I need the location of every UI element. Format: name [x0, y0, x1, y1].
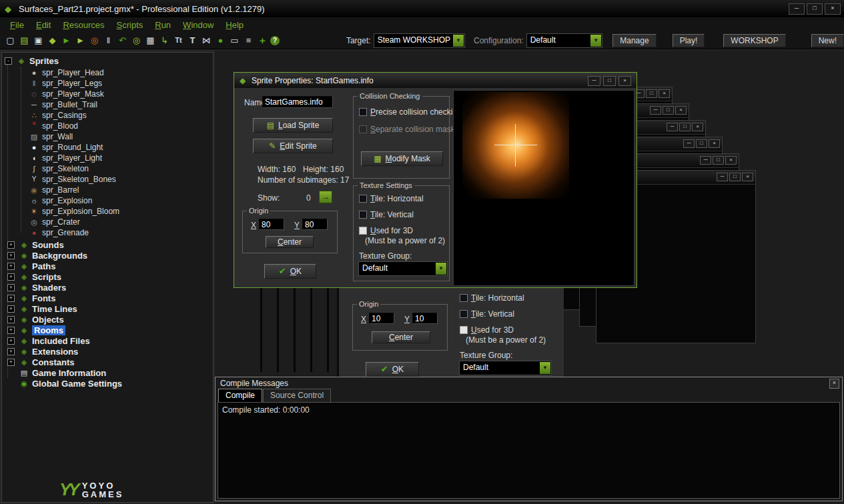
image-icon[interactable]: ▦ — [144, 35, 157, 46]
tree-item[interactable]: ● spr_Player_Head — [2, 67, 213, 78]
tab-compile[interactable]: Compile — [218, 389, 262, 402]
sidebar-item-fonts[interactable]: + ◆ Fonts — [2, 293, 213, 303]
main-titlebar[interactable]: ◆ Surfaces_Part21.project.gmx* - Profess… — [0, 0, 844, 17]
next-frame-arrow-icon[interactable]: → — [319, 191, 332, 203]
sidebar-item-shaders[interactable]: + ◆ Shaders — [2, 282, 213, 293]
sidebar-item-extensions[interactable]: + ◆ Extensions — [2, 346, 213, 357]
branch-icon[interactable]: ↳ — [158, 35, 171, 46]
text-icon[interactable]: T — [186, 35, 199, 46]
new-file-icon[interactable]: ▢ — [4, 35, 17, 46]
sidebar-item-sounds[interactable]: + ◆ Sounds — [2, 239, 213, 250]
origin-x-input[interactable] — [259, 219, 284, 230]
chevron-down-icon[interactable]: ▼ — [540, 362, 550, 374]
texture-group-dropdown[interactable]: Default ▼ — [359, 262, 447, 275]
tree-item[interactable]: ∴ spr_Casings — [2, 110, 213, 121]
sidebar-item-sprites[interactable]: - ◆ Sprites — [5, 55, 59, 66]
expand-expander-icon[interactable]: + — [7, 252, 15, 259]
expand-expander-icon[interactable]: + — [7, 337, 15, 345]
chevron-down-icon[interactable]: ▼ — [590, 35, 601, 47]
minimize-icon[interactable]: ─ — [588, 76, 600, 86]
close-icon[interactable]: × — [829, 379, 839, 389]
sphere-icon[interactable]: ● — [214, 35, 227, 46]
sidebar-item-constants[interactable]: + ◆ Constants — [2, 357, 213, 367]
sidebar-item-backgrounds[interactable]: + ◆ Backgrounds — [2, 250, 213, 261]
expand-expander-icon[interactable]: + — [7, 263, 15, 270]
used-for-3d-checkbox[interactable] — [359, 227, 367, 235]
minimize-icon[interactable]: ─ — [667, 123, 678, 131]
minimize-icon[interactable]: ─ — [789, 3, 805, 15]
undo-icon[interactable]: ↶ — [116, 35, 129, 46]
maximize-icon[interactable]: □ — [679, 123, 691, 131]
edit-sprite-button[interactable]: ✎ Edit Sprite — [253, 139, 333, 153]
maximize-icon[interactable]: □ — [663, 106, 674, 115]
menu-resources[interactable]: Resources — [57, 19, 110, 31]
maximize-icon[interactable]: □ — [696, 139, 707, 148]
play-button[interactable]: Play! — [673, 34, 705, 47]
used-for-3d-checkbox[interactable] — [460, 326, 468, 334]
hourglass-icon[interactable]: ⋈ — [200, 35, 213, 46]
create-executable-icon[interactable]: ◆ — [46, 35, 59, 46]
load-sprite-button[interactable]: ▤ Load Sprite — [253, 118, 333, 133]
add-icon[interactable]: + — [256, 35, 269, 46]
sidebar-item-scripts[interactable]: + ◆ Scripts — [2, 271, 213, 282]
collapse-expander-icon[interactable]: - — [5, 57, 12, 65]
sprite-properties-dialog[interactable]: ◆ Sprite Properties: StartGames.info ─ □… — [234, 72, 637, 288]
tree-item[interactable]: ▨ spr_Wall — [2, 131, 213, 142]
tree-item[interactable]: ● spr_Grenade — [2, 227, 213, 238]
sprite-name-input[interactable] — [262, 96, 333, 108]
expand-expander-icon[interactable]: + — [7, 316, 15, 323]
tile-horizontal-checkbox[interactable] — [359, 195, 367, 203]
tree-item[interactable]: ◎ spr_Crater — [2, 217, 213, 227]
expand-expander-icon[interactable]: + — [7, 305, 15, 313]
close-icon[interactable]: × — [692, 123, 703, 131]
run-debug-icon[interactable]: ► — [74, 35, 87, 46]
sprite-properties-dialog-background[interactable]: Origin X Y Center ✔ OK Tile: Horizontal … — [337, 288, 564, 377]
menu-file[interactable]: File — [4, 19, 30, 31]
tree-item[interactable]: * spr_Blood — [2, 121, 213, 131]
manage-button[interactable]: Manage — [612, 34, 656, 47]
dialog-titlebar[interactable]: ◆ Sprite Properties: StartGames.info ─ □… — [234, 73, 637, 88]
menu-scripts[interactable]: Scripts — [111, 19, 149, 31]
tree-item[interactable]: ‖ spr_Player_Legs — [2, 78, 213, 89]
minimize-icon[interactable]: ─ — [650, 106, 661, 115]
separate-masks-checkbox[interactable] — [359, 125, 367, 133]
close-icon[interactable]: × — [709, 139, 720, 148]
menu-help[interactable]: Help — [220, 19, 250, 31]
close-icon[interactable]: × — [659, 89, 670, 98]
maximize-icon[interactable]: □ — [807, 3, 823, 15]
tile-horizontal-checkbox[interactable] — [460, 294, 468, 302]
minimize-icon[interactable]: ─ — [683, 139, 695, 148]
center-button[interactable]: Center — [372, 331, 430, 343]
sidebar-item-game-information[interactable]: ▤ Game Information — [2, 367, 213, 378]
maximize-icon[interactable]: □ — [646, 89, 657, 98]
target-dropdown[interactable]: Steam WORKSHOP ▼ — [374, 34, 464, 47]
precise-collision-checkbox[interactable] — [359, 108, 367, 116]
origin-y-input[interactable] — [302, 219, 328, 230]
close-icon[interactable]: × — [725, 156, 737, 165]
configuration-dropdown[interactable]: Default ▼ — [527, 34, 602, 47]
close-icon[interactable]: × — [825, 3, 841, 15]
help-icon[interactable]: ? — [270, 36, 280, 45]
close-icon[interactable]: × — [618, 76, 631, 86]
tree-item[interactable]: ☼ spr_Explosion — [2, 195, 213, 206]
tree-item[interactable]: ◖ spr_Player_Light — [2, 153, 213, 163]
expand-expander-icon[interactable]: + — [7, 284, 15, 291]
maximize-icon[interactable]: □ — [729, 173, 741, 181]
tree-item[interactable]: ◉ spr_Barrel — [2, 185, 213, 195]
sidebar-item-rooms[interactable]: + ◆ Rooms — [2, 325, 213, 335]
texture-group-dropdown[interactable]: Default ▼ — [460, 361, 551, 375]
expand-expander-icon[interactable]: + — [7, 348, 15, 355]
tree-item[interactable]: Y spr_Skeleton_Bones — [2, 174, 213, 185]
sidebar-item-paths[interactable]: + ◆ Paths — [2, 261, 213, 271]
record-icon[interactable]: ◎ — [88, 35, 101, 46]
modify-mask-button[interactable]: ▦ Modify Mask — [361, 151, 443, 166]
origin-y-input[interactable] — [412, 313, 438, 324]
origin-x-input[interactable] — [369, 313, 394, 324]
tile-vertical-checkbox[interactable] — [460, 310, 468, 318]
pause-icon[interactable]: ‖ — [102, 35, 115, 46]
expand-expander-icon[interactable]: + — [7, 295, 15, 302]
expand-expander-icon[interactable]: + — [7, 327, 15, 334]
center-button[interactable]: Center — [266, 236, 314, 248]
window-frame-icon[interactable]: ▭ — [228, 35, 241, 46]
sidebar-item-global-game-settings[interactable]: ◉ Global Game Settings — [2, 378, 213, 389]
